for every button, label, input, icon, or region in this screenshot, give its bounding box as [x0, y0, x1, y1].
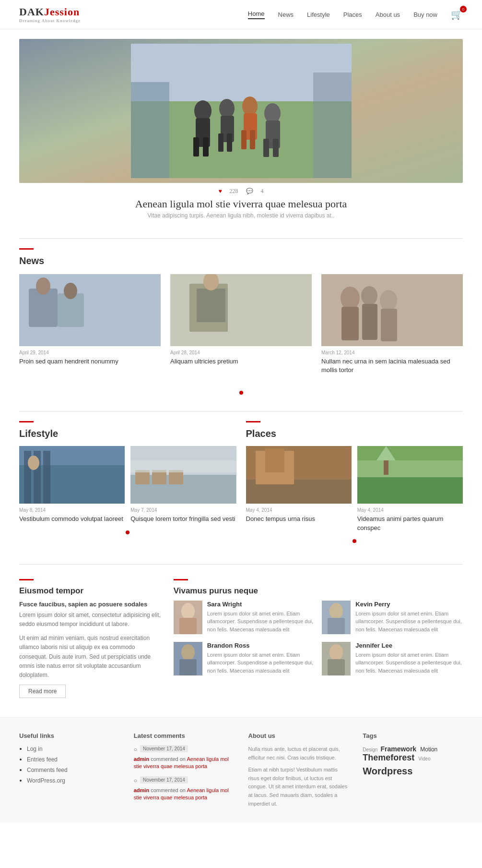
person-photo-kevin: [322, 601, 351, 634]
news-title-2: Aliquam ultricies pretium: [170, 357, 312, 366]
comment-admin-2: admin: [134, 787, 149, 793]
lifestyle-card-title-2: Quisque lorem tortor fringilla sed vesti: [130, 515, 236, 523]
jennifer-desc: Lorem ipsum dolor sit amet enim. Etiam u…: [355, 651, 463, 675]
nav-buy[interactable]: Buy now: [413, 11, 437, 18]
svg-rect-35: [362, 304, 377, 340]
comment-text-2: admin commented on Aenean ligula mol sti…: [134, 787, 234, 802]
eiusmod-para2: Ut enim ad minim veniam, quis nostrud ex…: [19, 634, 164, 680]
svg-rect-10: [218, 133, 223, 152]
svg-point-32: [380, 290, 397, 311]
vivamus-section: Vivamus purus neque Sara Wright Lorem ip…: [174, 579, 463, 698]
footer-about-col: About us Nulla risus ante, luctus et pla…: [248, 732, 349, 808]
hero-section: ♥ 228 💬 4 Aenean ligula mol stie viverra…: [0, 29, 482, 229]
lifestyle-cards: May 8, 2014 Vestibulum commodo volutpat …: [19, 446, 236, 523]
news-more-dot: [239, 391, 243, 395]
footer-link-comments: Comments feed: [27, 766, 119, 774]
eiusmod-accent: [19, 579, 34, 580]
footer-about-text1: Nulla risus ante, luctus et placerat qui…: [248, 745, 349, 762]
news-section-title: News: [19, 255, 463, 266]
places-card-1: May 4, 2014 Donec tempus urna risus: [246, 446, 352, 532]
places-illustration-1: [246, 446, 352, 504]
vivamus-accent: [174, 579, 188, 580]
places-more-dot: [353, 539, 356, 543]
comments-count: 4: [261, 188, 264, 195]
svg-rect-65: [179, 659, 197, 675]
tag-design[interactable]: Design: [363, 747, 377, 752]
person-photo-jennifer: [322, 642, 351, 675]
comment-text-1: admin commented on Aenean ligula mol sti…: [134, 756, 234, 771]
footer-links-col: Useful links Log in Entries feed Comment…: [19, 732, 119, 808]
tag-motion[interactable]: Motion: [420, 746, 437, 753]
sara-name: Sara Wright: [207, 601, 315, 608]
nav-links: Home News Lifestyle Places About us Buy …: [248, 9, 463, 20]
svg-rect-7: [203, 137, 209, 157]
main-nav: DAKJession Dreaming About Knowledge Home…: [0, 0, 482, 29]
person-kevin: Kevin Perry Lorem ipsum dolor sit amet e…: [322, 601, 463, 634]
nav-places[interactable]: Places: [343, 11, 362, 18]
svg-point-30: [341, 287, 360, 310]
lifestyle-card-title-1: Vestibulum commodo volutpat laoreet: [19, 515, 125, 523]
logo-text: DAKJession: [19, 6, 81, 18]
logo-sub: Dreaming About Knowledge: [19, 18, 81, 23]
lifestyle-image-1: [19, 446, 125, 504]
lifestyle-accent-line: [19, 421, 34, 422]
places-card-2: May 4, 2014 Videamus animi partes quarum…: [357, 446, 463, 532]
tag-framework[interactable]: Framework: [380, 745, 416, 753]
news-date-3: March 12, 2014: [321, 350, 463, 355]
news-title-3: Nullam nec urna in sem lacinia malesuada…: [321, 357, 463, 374]
nav-about[interactable]: About us: [376, 11, 400, 18]
comment-item-1: ○ November 17, 2014 admin commented on A…: [134, 745, 234, 771]
svg-rect-59: [179, 618, 197, 634]
footer-link-login-anchor[interactable]: Log in: [27, 746, 43, 752]
svg-point-22: [36, 277, 50, 295]
read-more-button[interactable]: Read more: [19, 685, 66, 698]
cart-icon[interactable]: 🛒 0: [451, 9, 463, 20]
tag-themeforest[interactable]: Themeforest: [363, 753, 414, 762]
news-image-3: [321, 274, 463, 346]
svg-rect-68: [328, 659, 345, 675]
svg-point-64: [181, 644, 195, 661]
svg-rect-6: [193, 137, 199, 157]
footer-link-entries-anchor[interactable]: Entries feed: [27, 756, 58, 763]
person-brandon: Brandon Ross Lorem ipsum dolor sit amet …: [174, 642, 315, 675]
places-cards: May 4, 2014 Donec tempus urna risus May …: [246, 446, 463, 532]
news-image-2: [170, 274, 312, 346]
svg-rect-11: [227, 133, 232, 152]
lifestyle-illustration-2: [130, 446, 236, 504]
comment-date-1: November 17, 2014: [140, 745, 188, 752]
svg-point-12: [242, 96, 258, 116]
news-date-2: April 28, 2014: [170, 350, 312, 355]
nav-lifestyle[interactable]: Lifestyle: [307, 11, 330, 18]
kevin-illustration: [322, 601, 351, 634]
footer-links-title: Useful links: [19, 732, 119, 739]
svg-rect-19: [273, 139, 279, 157]
news-date-1: April 29, 2014: [19, 350, 161, 355]
comment-item-2: ○ November 17, 2014 admin commented on A…: [134, 776, 234, 802]
footer-link-comments-anchor[interactable]: Comments feed: [27, 767, 68, 773]
news-img-illustration-2: [170, 274, 312, 346]
lifestyle-places-section: Lifestyle May 8, 2014 Vestibulum commodo…: [0, 421, 482, 554]
tag-video[interactable]: Video: [418, 756, 430, 761]
person-jennifer-info: Jennifer Lee Lorem ipsum dolor sit amet …: [355, 642, 463, 675]
nav-home[interactable]: Home: [248, 10, 265, 19]
footer-link-wordpress-anchor[interactable]: WordPress.org: [27, 777, 65, 784]
comment-admin-1: admin: [134, 756, 149, 762]
person-sara-info: Sara Wright Lorem ipsum dolor sit amet e…: [207, 601, 315, 634]
person-photo-sara: [174, 601, 202, 634]
nav-news[interactable]: News: [278, 11, 294, 18]
svg-point-58: [181, 603, 195, 619]
brandon-desc: Lorem ipsum dolor sit amet enim. Etiam u…: [207, 651, 315, 675]
eiusmod-section: Eiusmod tempor Fusce faucibus, sapien ac…: [19, 579, 164, 698]
svg-point-67: [329, 644, 343, 661]
comment-date-2: November 17, 2014: [140, 776, 188, 784]
svg-rect-18: [263, 139, 269, 157]
news-card-3: March 12, 2014 Nullam nec urna in sem la…: [321, 274, 463, 374]
news-image-1: [19, 274, 161, 346]
section-divider-3: [19, 564, 463, 565]
svg-rect-14: [241, 130, 247, 149]
hero-subtitle: Vitae adipiscing turpis. Aenean ligula n…: [19, 212, 463, 219]
places-more: [246, 532, 463, 550]
comment-bullet-1: ○: [134, 746, 137, 753]
tag-wordpress[interactable]: Wordpress: [363, 766, 463, 777]
places-date-1: May 4, 2014: [246, 507, 352, 513]
